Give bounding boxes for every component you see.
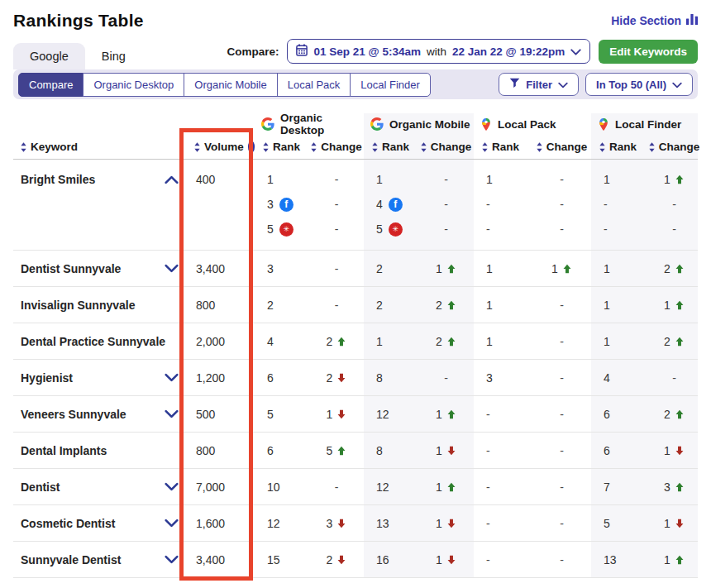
tab-google[interactable]: Google xyxy=(13,43,85,69)
filter-button[interactable]: Filter xyxy=(499,73,579,96)
change-value: - xyxy=(309,192,364,217)
collapse-chevron-icon[interactable] xyxy=(165,175,179,184)
column-header-rank-local-finder[interactable]: Rank xyxy=(591,135,651,159)
change-value: 1 xyxy=(651,505,698,541)
column-header-change-local-finder[interactable]: Change xyxy=(651,135,698,159)
change-value: 3 xyxy=(309,505,364,541)
toolbar-right: Filter In Top 50 (All) xyxy=(499,73,693,96)
subtab-organic-desktop[interactable]: Organic Desktop xyxy=(83,73,184,97)
arrow-down-icon xyxy=(675,446,685,456)
column-header-change-organic-mobile[interactable]: Change xyxy=(418,135,474,159)
column-header-change-organic-desktop[interactable]: Change xyxy=(309,135,364,159)
arrow-down-icon xyxy=(336,555,346,565)
rank-cell: 1 xyxy=(364,323,418,359)
change-value: 1 xyxy=(418,433,474,468)
column-header-rank-local-pack[interactable]: Rank xyxy=(474,135,532,159)
rank-value: 1 xyxy=(267,167,309,192)
rank-value: 1 xyxy=(486,287,532,323)
sort-icon xyxy=(263,142,269,152)
group-header-local-pack: Local Pack xyxy=(474,113,591,135)
column-header-keyword[interactable]: Keyword xyxy=(13,135,184,159)
arrow-down-icon xyxy=(446,446,456,456)
map-pin-icon xyxy=(598,117,609,131)
rank-cell: 15 xyxy=(255,542,309,577)
edit-keywords-button[interactable]: Edit Keywords xyxy=(599,40,698,64)
section-header: Rankings Table Hide Section xyxy=(13,0,698,33)
sort-icon xyxy=(421,142,427,152)
change-cell: 2 xyxy=(418,323,474,359)
rank-value: 1 xyxy=(376,167,418,192)
change-value: 1 xyxy=(418,542,474,577)
hide-section-link[interactable]: Hide Section xyxy=(611,14,698,27)
subtab-organic-mobile[interactable]: Organic Mobile xyxy=(184,73,277,97)
arrow-up-icon xyxy=(562,264,572,274)
change-cell: 1 xyxy=(651,287,698,323)
info-icon[interactable]: i xyxy=(248,141,255,153)
change-cell: - xyxy=(532,287,591,323)
keyword-label: Dental Practice Sunnyvale xyxy=(21,335,165,348)
change-cell: 2 xyxy=(651,251,698,286)
change-value: 1 xyxy=(651,287,698,323)
keyword-cell: Invisalign Sunnyvale xyxy=(13,287,184,323)
rank-value: 1 xyxy=(604,167,651,192)
change-value: 3 xyxy=(651,469,698,504)
rank-value: 5✳ xyxy=(376,217,418,241)
arrow-up-icon xyxy=(675,555,685,565)
change-value: 1 xyxy=(418,469,474,504)
volume-cell: 1,600 xyxy=(184,505,255,541)
volume-cell: 1,200 xyxy=(184,360,255,395)
change-cell: 1 xyxy=(418,542,474,577)
rank-value: 6 xyxy=(267,360,309,395)
sort-icon xyxy=(311,142,317,152)
header-label: Keyword xyxy=(31,141,78,153)
expand-chevron-icon[interactable] xyxy=(165,482,179,491)
expand-chevron-icon[interactable] xyxy=(165,264,179,273)
header-label: Change xyxy=(546,141,588,153)
change-value: - xyxy=(309,287,364,323)
volume-cell: 500 xyxy=(184,396,255,432)
bar-chart-icon xyxy=(686,14,698,27)
rank-value: 1 xyxy=(604,251,651,286)
rank-cell: 6 xyxy=(255,433,309,468)
volume-value: 3,400 xyxy=(196,542,255,577)
compare-date-dropdown[interactable]: 01 Sep 21 @ 5:34am with 22 Jan 22 @ 19:2… xyxy=(287,39,590,64)
scope-dropdown[interactable]: In Top 50 (All) xyxy=(585,73,693,96)
keyword-cell: Dentist Sunnyvale xyxy=(13,251,184,286)
column-header-volume[interactable]: Volumei xyxy=(184,135,255,159)
rank-value: 12 xyxy=(376,469,418,504)
expand-chevron-icon[interactable] xyxy=(165,373,179,382)
rank-value: 1 xyxy=(486,167,532,192)
rank-value: 8 xyxy=(376,360,418,395)
filter-label: Filter xyxy=(526,79,552,91)
scope-label: In Top 50 (All) xyxy=(596,79,666,91)
subtab-compare[interactable]: Compare xyxy=(18,73,84,97)
volume-value: 2,000 xyxy=(196,323,255,359)
table-column-header-row: KeywordVolumeiRankChangeRankChangeRankCh… xyxy=(13,135,698,160)
subtab-local-pack[interactable]: Local Pack xyxy=(277,73,351,97)
arrow-up-icon xyxy=(446,409,456,419)
calendar-icon xyxy=(296,44,308,59)
change-cell: 1-- xyxy=(651,160,698,250)
volume-value: 800 xyxy=(196,433,255,468)
expand-chevron-icon[interactable] xyxy=(165,555,179,564)
change-value: - xyxy=(418,360,474,395)
column-header-rank-organic-mobile[interactable]: Rank xyxy=(364,135,418,159)
expand-chevron-icon[interactable] xyxy=(165,519,179,528)
rank-value: 15 xyxy=(267,542,309,577)
rank-cell: - xyxy=(474,396,532,432)
change-cell: - xyxy=(532,360,591,395)
column-header-rank-organic-desktop[interactable]: Rank xyxy=(255,135,309,159)
column-header-change-local-pack[interactable]: Change xyxy=(532,135,591,159)
expand-chevron-icon[interactable] xyxy=(165,409,179,418)
rank-value: - xyxy=(486,192,532,217)
subtab-local-finder[interactable]: Local Finder xyxy=(350,73,431,97)
change-cell: 2 xyxy=(309,360,364,395)
tab-bing[interactable]: Bing xyxy=(85,43,142,69)
volume-cell: 800 xyxy=(184,287,255,323)
rank-cell: 1 xyxy=(591,251,651,286)
group-header-organic-desktop: Organic Desktop xyxy=(255,113,364,135)
table-row: Sunnyvale Dentist3,400152161--131 xyxy=(13,542,698,578)
change-cell: - xyxy=(532,323,591,359)
keyword-label: Sunnyvale Dentist xyxy=(21,553,121,566)
table-row: Veneers Sunnyvale50051121--62 xyxy=(13,396,698,433)
